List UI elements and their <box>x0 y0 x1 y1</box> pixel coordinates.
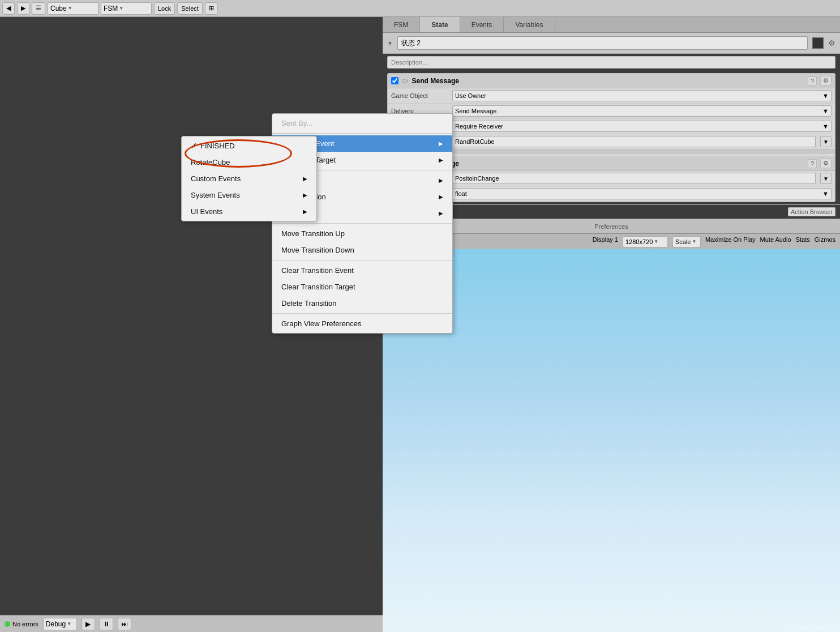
ctx-sep4 <box>272 260 452 261</box>
cube-dropdown[interactable]: Cube ▼ <box>48 2 98 15</box>
action-browser-button[interactable]: Action Browser <box>788 207 835 216</box>
ctx-transition-target-arrow: ▶ <box>439 157 443 163</box>
state-color-box[interactable] <box>812 37 824 49</box>
green-dot-icon <box>5 621 10 627</box>
scale-dropdown[interactable]: Scale ▼ <box>672 236 701 247</box>
tab-events[interactable]: Events <box>460 17 504 32</box>
system-events-arrow: ▶ <box>303 192 307 198</box>
float-dropdown[interactable]: float ▼ <box>452 188 832 199</box>
game-object-dropdown[interactable]: Use Owner ▼ <box>452 90 832 101</box>
collapse-arrow[interactable]: ▼ <box>387 40 393 46</box>
lock-button[interactable]: Lock <box>154 2 175 15</box>
action2-header: C# Send Message ? ⚙ <box>388 156 835 171</box>
display-label: Display 1 <box>593 236 618 247</box>
ctx-sep3 <box>272 223 452 224</box>
action-header: C# Send Message ? ⚙ <box>388 74 835 88</box>
gizmos-label[interactable]: Gizmos <box>815 236 835 247</box>
state-name-input[interactable] <box>397 36 808 50</box>
nav-back-button[interactable]: ◀ <box>2 2 15 15</box>
step-button[interactable]: ⏭ <box>118 618 131 630</box>
ctx-link-direction-arrow: ▶ <box>439 194 443 200</box>
transition-event-submenu: ✓FINISHED RotateCube Custom Events ▶ Sys… <box>181 136 317 221</box>
gear-icon[interactable]: ⚙ <box>828 39 835 48</box>
ctx-move-up[interactable]: Move Transition Up <box>272 225 452 242</box>
action-enabled-checkbox[interactable] <box>391 77 398 84</box>
position-row: ▼ <box>388 171 835 186</box>
delivery-row: Delivery Send Message ▼ <box>388 104 835 119</box>
debug-dropdown[interactable]: Debug ▼ <box>43 618 77 630</box>
delivery-dropdown[interactable]: Send Message ▼ <box>452 105 832 117</box>
game-object-label: Game Object <box>391 92 448 99</box>
sub-rotate-cube[interactable]: RotateCube <box>182 154 316 170</box>
float-row: float ▼ <box>388 186 835 202</box>
ctx-move-down[interactable]: Move Transition Down <box>272 242 452 258</box>
sub-system-events[interactable]: System Events ▶ <box>182 187 316 203</box>
action2-help-button[interactable]: ? <box>808 159 817 168</box>
ctx-sep1 <box>272 133 452 134</box>
action-block: C# Send Message ? ⚙ Game Object Use Owne… <box>387 73 835 202</box>
rand-rot-edit-button[interactable]: ▼ <box>820 136 832 147</box>
fsm-dropdown[interactable]: FSM ▼ <box>101 2 152 15</box>
pause-button[interactable]: ⏸ <box>100 618 113 630</box>
state-header: ▼ ⚙ <box>383 33 840 54</box>
tab-state[interactable]: State <box>420 17 460 32</box>
ctx-link-color-arrow: ▶ <box>439 210 443 216</box>
action-title: Send Message <box>412 77 804 85</box>
sub-ui-events[interactable]: UI Events ▶ <box>182 203 316 220</box>
ctx-link-style-arrow: ▶ <box>439 177 443 183</box>
tab-fsm[interactable]: FSM <box>383 17 420 32</box>
custom-events-arrow: ▶ <box>303 176 307 182</box>
watermark: http://hutongames.com/ <box>785 625 838 631</box>
maximize-label[interactable]: Maximize On Play <box>705 236 756 247</box>
sub-custom-events[interactable]: Custom Events ▶ <box>182 170 316 187</box>
ctx-transition-event-arrow: ▶ <box>439 140 443 147</box>
action-help-button[interactable]: ? <box>808 76 817 86</box>
position-input[interactable] <box>452 173 816 184</box>
fsm-dropdown-arrow: ▼ <box>119 6 123 11</box>
rand-rot-input[interactable] <box>452 136 816 147</box>
position-edit-button[interactable]: ▼ <box>820 173 832 184</box>
ctx-sent-by: Sent By... <box>272 115 452 131</box>
require-receiver-row: Require Receiver ▼ <box>388 119 835 134</box>
play-button[interactable]: ▶ <box>82 618 95 630</box>
sub-finished[interactable]: ✓FINISHED <box>182 138 316 154</box>
nav-forward-button[interactable]: ▶ <box>17 2 29 15</box>
select-button[interactable]: Select <box>177 2 203 15</box>
require-receiver-dropdown[interactable]: Require Receiver ▼ <box>452 121 832 132</box>
csharp-badge: C# <box>402 78 409 84</box>
ctx-delete-transition[interactable]: Delete Transition <box>272 295 452 311</box>
action2-settings-button[interactable]: ⚙ <box>820 159 832 168</box>
ctx-clear-event[interactable]: Clear Transition Event <box>272 262 452 279</box>
rand-rot-row: ▼ <box>388 134 835 150</box>
finished-checkmark: ✓ <box>191 142 197 150</box>
stats-label[interactable]: Stats <box>796 236 810 247</box>
panel-tabs: FSM State Events Variables <box>383 17 840 33</box>
ctx-sep5 <box>272 313 452 314</box>
bottom-left-toolbar: No errors Debug ▼ ▶ ⏸ ⏭ <box>0 615 383 632</box>
grid-button[interactable]: ⊞ <box>205 2 218 15</box>
cube-dropdown-arrow: ▼ <box>68 6 72 11</box>
no-errors-label: No errors <box>12 621 38 627</box>
top-toolbar: ◀ ▶ ☰ Cube ▼ FSM ▼ Lock Select ⊞ <box>0 0 840 17</box>
mute-label[interactable]: Mute Audio <box>760 236 791 247</box>
tab-variables[interactable]: Variables <box>504 17 555 32</box>
action-divider <box>388 150 835 154</box>
ui-events-arrow: ▶ <box>303 208 307 215</box>
game-object-row: Game Object Use Owner ▼ <box>388 88 835 104</box>
ctx-clear-target[interactable]: Clear Transition Target <box>272 279 452 295</box>
game-controls: Display 1 1280x720 ▼ Scale ▼ Maximize On… <box>593 236 835 247</box>
description-input[interactable] <box>387 56 835 69</box>
error-badge: No errors <box>5 621 38 627</box>
hamburger-button[interactable]: ☰ <box>32 2 45 15</box>
ctx-graph-prefs[interactable]: Graph View Preferences <box>272 315 452 332</box>
action-settings-button[interactable]: ⚙ <box>820 76 832 86</box>
resolution-dropdown[interactable]: 1280x720 ▼ <box>623 236 668 247</box>
